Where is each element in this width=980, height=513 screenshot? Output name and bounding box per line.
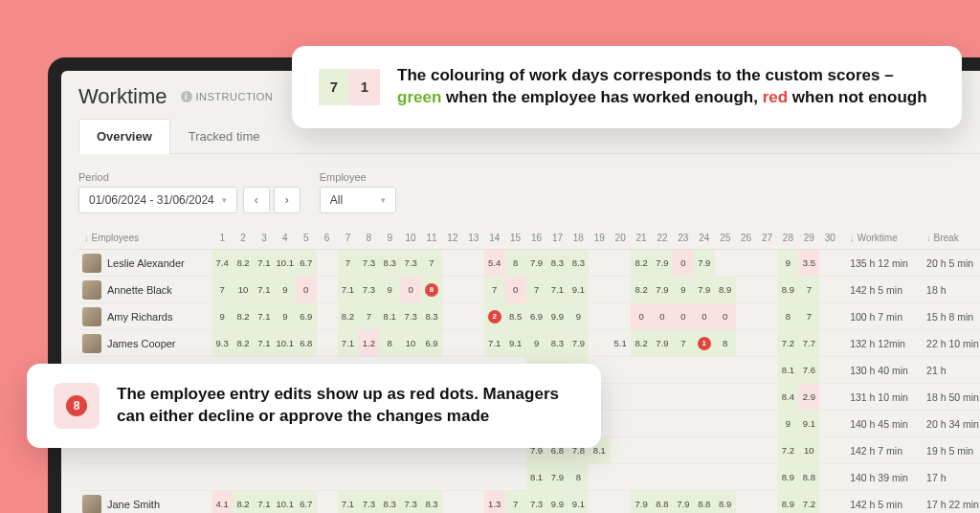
day-cell[interactable]: 7 (505, 491, 526, 514)
day-cell[interactable] (610, 491, 631, 514)
employee-cell[interactable]: Amy Richards (78, 303, 212, 330)
day-cell[interactable]: 0 (505, 277, 526, 303)
day-cell[interactable] (317, 303, 338, 330)
day-cell[interactable] (589, 250, 610, 277)
day-cell[interactable]: 0 (673, 303, 694, 330)
day-cell[interactable] (442, 464, 463, 491)
day-cell[interactable] (589, 464, 610, 491)
day-cell[interactable]: 2.9 (798, 384, 819, 411)
day-cell[interactable]: 7.3 (526, 491, 547, 514)
col-day-20[interactable]: 20 (610, 227, 631, 250)
day-cell[interactable] (673, 464, 694, 491)
col-day-28[interactable]: 28 (777, 227, 798, 250)
day-cell[interactable] (757, 384, 778, 411)
col-day-18[interactable]: 18 (568, 227, 589, 250)
day-cell[interactable] (421, 464, 442, 491)
day-cell[interactable] (736, 250, 757, 277)
day-cell[interactable] (463, 303, 484, 330)
day-cell[interactable]: 7.1 (338, 330, 359, 357)
day-cell[interactable]: 7.9 (652, 250, 673, 277)
day-cell[interactable]: 8.1 (526, 464, 547, 491)
day-cell[interactable]: 8.4 (777, 384, 798, 411)
day-cell[interactable]: 8.3 (421, 303, 442, 330)
day-cell[interactable]: 9 (275, 303, 296, 330)
tab-overview[interactable]: Overview (78, 119, 170, 154)
col-day-8[interactable]: 8 (358, 227, 379, 250)
day-cell[interactable] (610, 303, 631, 330)
day-cell[interactable]: 8.1 (777, 357, 798, 384)
day-cell[interactable]: 2 (484, 303, 505, 330)
day-cell[interactable] (442, 303, 463, 330)
day-cell[interactable]: 7.9 (652, 277, 673, 303)
day-cell[interactable]: 8.3 (568, 250, 589, 277)
day-cell[interactable]: 8 (777, 303, 798, 330)
day-cell[interactable]: 7.1 (338, 491, 359, 514)
day-cell[interactable] (442, 491, 463, 514)
day-cell[interactable] (819, 464, 840, 491)
day-cell[interactable]: 0 (296, 277, 317, 303)
day-cell[interactable]: 6.9 (526, 303, 547, 330)
col-day-12[interactable]: 12 (442, 227, 463, 250)
day-cell[interactable]: 7 (358, 303, 379, 330)
day-cell[interactable] (275, 464, 296, 491)
col-day-24[interactable]: 24 (694, 227, 715, 250)
col-day-3[interactable]: 3 (254, 227, 275, 250)
day-cell[interactable]: 7.9 (652, 330, 673, 357)
day-cell[interactable] (736, 357, 757, 384)
day-cell[interactable] (819, 330, 840, 357)
day-cell[interactable]: 10.1 (275, 330, 296, 357)
edit-dot-icon[interactable]: 8 (425, 283, 438, 297)
day-cell[interactable] (694, 384, 715, 411)
col-day-29[interactable]: 29 (798, 227, 819, 250)
day-cell[interactable]: 7.3 (400, 491, 421, 514)
day-cell[interactable] (589, 330, 610, 357)
edit-dot-icon[interactable]: 2 (488, 310, 501, 323)
day-cell[interactable]: 7.3 (358, 491, 379, 514)
day-cell[interactable] (736, 491, 757, 514)
col-day-25[interactable]: 25 (715, 227, 736, 250)
day-cell[interactable]: 8.9 (715, 491, 736, 514)
day-cell[interactable]: 7.9 (673, 491, 694, 514)
col-day-23[interactable]: 23 (673, 227, 694, 250)
day-cell[interactable]: 7.9 (694, 250, 715, 277)
employee-cell[interactable]: Leslie Alexander (78, 250, 212, 277)
day-cell[interactable]: 7.3 (358, 277, 379, 303)
col-day-10[interactable]: 10 (400, 227, 421, 250)
day-cell[interactable] (819, 250, 840, 277)
day-cell[interactable]: 6.9 (296, 303, 317, 330)
day-cell[interactable]: 9.1 (568, 491, 589, 514)
day-cell[interactable] (317, 464, 338, 491)
day-cell[interactable]: 8.2 (233, 250, 254, 277)
day-cell[interactable] (631, 384, 652, 411)
day-cell[interactable] (736, 437, 757, 464)
day-cell[interactable]: 3.5 (798, 250, 819, 277)
day-cell[interactable]: 6.7 (296, 491, 317, 514)
col-day-19[interactable]: 19 (589, 227, 610, 250)
day-cell[interactable]: 8.2 (233, 491, 254, 514)
day-cell[interactable] (442, 277, 463, 303)
day-cell[interactable] (652, 411, 673, 437)
col-day-4[interactable]: 4 (275, 227, 296, 250)
day-cell[interactable]: 9 (673, 277, 694, 303)
day-cell[interactable] (694, 411, 715, 437)
day-cell[interactable]: 9 (275, 277, 296, 303)
col-day-15[interactable]: 15 (505, 227, 526, 250)
col-employees[interactable]: ↓Employees (78, 227, 212, 250)
day-cell[interactable] (610, 411, 631, 437)
day-cell[interactable] (610, 437, 631, 464)
day-cell[interactable]: 7.4 (212, 250, 233, 277)
day-cell[interactable]: 8.2 (233, 330, 254, 357)
day-cell[interactable] (233, 464, 254, 491)
day-cell[interactable]: 8.2 (631, 277, 652, 303)
col-break[interactable]: ↓Break (917, 227, 980, 250)
day-cell[interactable] (819, 277, 840, 303)
day-cell[interactable] (694, 357, 715, 384)
day-cell[interactable] (819, 437, 840, 464)
day-cell[interactable] (212, 464, 233, 491)
day-cell[interactable]: 9 (777, 250, 798, 277)
day-cell[interactable] (484, 464, 505, 491)
day-cell[interactable] (652, 437, 673, 464)
day-cell[interactable]: 10 (233, 277, 254, 303)
day-cell[interactable] (757, 250, 778, 277)
day-cell[interactable]: 8.2 (631, 330, 652, 357)
